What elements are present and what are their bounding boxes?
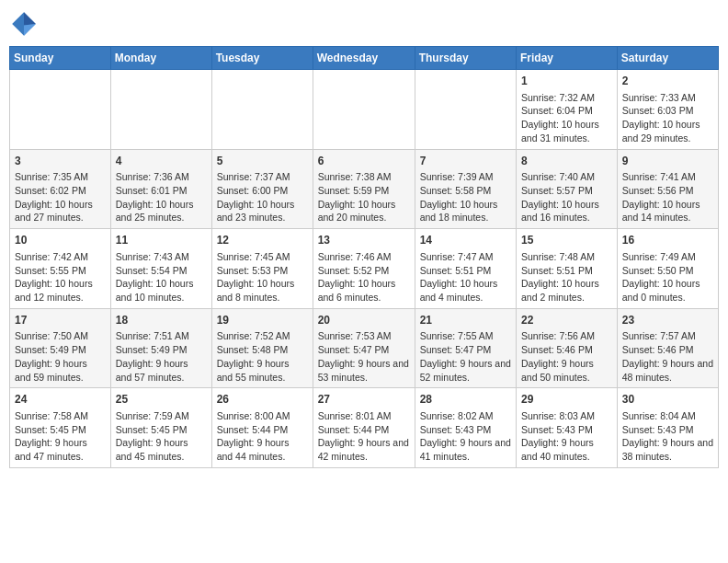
day-number: 3 [15, 154, 106, 169]
calendar-cell: 19Sunrise: 7:52 AMSunset: 5:48 PMDayligh… [211, 308, 313, 388]
calendar-cell: 10Sunrise: 7:42 AMSunset: 5:55 PMDayligh… [10, 229, 111, 309]
day-info: Daylight: 10 hours and 2 minutes. [521, 277, 612, 304]
calendar-cell [110, 70, 211, 150]
day-info: Sunset: 5:45 PM [116, 423, 207, 437]
day-info: Sunrise: 7:58 AM [15, 409, 106, 423]
day-number: 21 [420, 313, 511, 328]
day-info: Sunset: 5:57 PM [521, 184, 612, 198]
day-number: 25 [116, 392, 207, 408]
day-number: 2 [622, 74, 713, 89]
day-number: 19 [217, 313, 308, 328]
day-info: Sunset: 5:53 PM [217, 264, 308, 278]
day-number: 20 [318, 313, 410, 328]
day-info: Sunrise: 7:36 AM [116, 170, 207, 184]
day-number: 30 [622, 392, 713, 408]
calendar-header: SundayMondayTuesdayWednesdayThursdayFrid… [10, 47, 719, 70]
day-info: Daylight: 10 hours and 18 minutes. [420, 198, 511, 224]
day-info: Daylight: 9 hours and 59 minutes. [15, 357, 106, 384]
day-info: Sunrise: 7:46 AM [318, 250, 410, 264]
day-info: Daylight: 10 hours and 31 minutes. [521, 118, 612, 144]
day-info: Sunrise: 7:56 AM [521, 329, 612, 343]
day-info: Sunrise: 7:57 AM [622, 329, 713, 343]
day-info: Sunset: 5:44 PM [318, 423, 410, 437]
calendar-cell: 3Sunrise: 7:35 AMSunset: 6:02 PMDaylight… [10, 149, 111, 229]
day-info: Sunset: 5:46 PM [521, 343, 612, 357]
calendar-cell: 26Sunrise: 8:00 AMSunset: 5:44 PMDayligh… [211, 388, 313, 468]
day-info: Daylight: 10 hours and 4 minutes. [420, 277, 511, 304]
day-info: Sunset: 5:43 PM [622, 423, 713, 437]
week-row-4: 24Sunrise: 7:58 AMSunset: 5:45 PMDayligh… [10, 388, 719, 468]
day-info: Sunset: 5:51 PM [521, 264, 612, 278]
day-info: Daylight: 9 hours and 53 minutes. [318, 357, 410, 384]
day-info: Daylight: 9 hours and 52 minutes. [420, 357, 511, 384]
day-number: 8 [521, 154, 612, 169]
calendar-cell: 7Sunrise: 7:39 AMSunset: 5:58 PMDaylight… [415, 149, 516, 229]
calendar-cell [313, 70, 415, 150]
header [9, 9, 719, 39]
weekday-header-thursday: Thursday [415, 47, 516, 70]
day-info: Daylight: 9 hours and 41 minutes. [420, 436, 511, 463]
day-info: Sunset: 5:52 PM [318, 264, 410, 278]
calendar-cell: 4Sunrise: 7:36 AMSunset: 6:01 PMDaylight… [110, 149, 211, 229]
page: SundayMondayTuesdayWednesdayThursdayFrid… [0, 0, 728, 477]
calendar-cell: 29Sunrise: 8:03 AMSunset: 5:43 PMDayligh… [517, 388, 618, 468]
logo-icon [9, 9, 39, 39]
day-info: Daylight: 10 hours and 12 minutes. [15, 277, 106, 304]
day-info: Sunrise: 7:37 AM [217, 170, 308, 184]
day-number: 27 [318, 392, 410, 408]
day-info: Sunset: 5:49 PM [15, 343, 106, 357]
day-info: Sunset: 6:01 PM [116, 184, 207, 198]
day-number: 9 [622, 154, 713, 169]
day-info: Sunrise: 7:39 AM [420, 170, 511, 184]
day-number: 23 [622, 313, 713, 328]
day-info: Sunrise: 7:53 AM [318, 329, 410, 343]
weekday-header-friday: Friday [517, 47, 618, 70]
day-info: Sunset: 5:47 PM [318, 343, 410, 357]
day-number: 5 [217, 154, 308, 169]
day-number: 18 [116, 313, 207, 328]
day-info: Sunset: 5:43 PM [521, 423, 612, 437]
day-info: Daylight: 9 hours and 47 minutes. [15, 436, 106, 463]
calendar-cell: 1Sunrise: 7:32 AMSunset: 6:04 PMDaylight… [517, 70, 618, 150]
calendar-cell: 14Sunrise: 7:47 AMSunset: 5:51 PMDayligh… [415, 229, 516, 309]
day-info: Sunset: 5:43 PM [420, 423, 511, 437]
calendar-cell: 20Sunrise: 7:53 AMSunset: 5:47 PMDayligh… [313, 308, 415, 388]
day-number: 13 [318, 233, 410, 248]
day-info: Sunset: 5:58 PM [420, 184, 511, 198]
day-info: Sunrise: 7:41 AM [622, 170, 713, 184]
day-info: Sunset: 5:56 PM [622, 184, 713, 198]
day-info: Sunrise: 8:00 AM [217, 409, 308, 423]
day-info: Daylight: 9 hours and 38 minutes. [622, 436, 713, 463]
calendar-cell: 2Sunrise: 7:33 AMSunset: 6:03 PMDaylight… [617, 70, 718, 150]
calendar-cell: 18Sunrise: 7:51 AMSunset: 5:49 PMDayligh… [110, 308, 211, 388]
day-info: Sunset: 5:51 PM [420, 264, 511, 278]
day-info: Sunset: 5:49 PM [116, 343, 207, 357]
day-info: Daylight: 9 hours and 42 minutes. [318, 436, 410, 463]
calendar-cell: 5Sunrise: 7:37 AMSunset: 6:00 PMDaylight… [211, 149, 313, 229]
day-number: 15 [521, 233, 612, 248]
calendar-cell: 22Sunrise: 7:56 AMSunset: 5:46 PMDayligh… [517, 308, 618, 388]
weekday-header-wednesday: Wednesday [313, 47, 415, 70]
week-row-2: 10Sunrise: 7:42 AMSunset: 5:55 PMDayligh… [10, 229, 719, 309]
calendar-cell [10, 70, 111, 150]
week-row-1: 3Sunrise: 7:35 AMSunset: 6:02 PMDaylight… [10, 149, 719, 229]
day-number: 4 [116, 154, 207, 169]
calendar-cell: 15Sunrise: 7:48 AMSunset: 5:51 PMDayligh… [517, 229, 618, 309]
day-info: Daylight: 10 hours and 14 minutes. [622, 198, 713, 224]
day-info: Sunrise: 7:45 AM [217, 250, 308, 264]
day-info: Sunrise: 7:42 AM [15, 250, 106, 264]
calendar-body: 1Sunrise: 7:32 AMSunset: 6:04 PMDaylight… [10, 70, 719, 468]
day-info: Sunrise: 7:43 AM [116, 250, 207, 264]
day-info: Daylight: 9 hours and 40 minutes. [521, 436, 612, 463]
day-info: Sunrise: 8:03 AM [521, 409, 612, 423]
week-row-0: 1Sunrise: 7:32 AMSunset: 6:04 PMDaylight… [10, 70, 719, 150]
day-info: Daylight: 10 hours and 20 minutes. [318, 198, 410, 224]
day-info: Sunrise: 8:02 AM [420, 409, 511, 423]
day-number: 16 [622, 233, 713, 248]
day-info: Sunrise: 7:48 AM [521, 250, 612, 264]
day-info: Sunset: 6:03 PM [622, 104, 713, 118]
day-info: Sunset: 5:54 PM [116, 264, 207, 278]
day-info: Daylight: 10 hours and 10 minutes. [116, 277, 207, 304]
day-info: Sunrise: 7:33 AM [622, 91, 713, 105]
day-info: Sunset: 5:50 PM [622, 264, 713, 278]
